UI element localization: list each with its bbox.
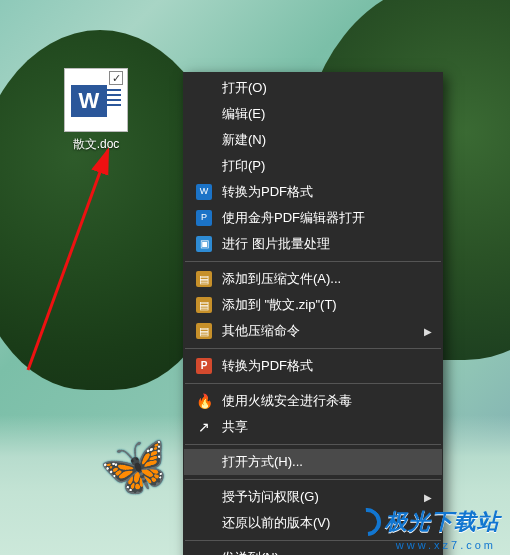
menu-separator: [185, 261, 441, 262]
menu-label: 共享: [222, 418, 428, 436]
menu-separator: [185, 383, 441, 384]
menu-separator: [185, 479, 441, 480]
menu-grant-access[interactable]: 授予访问权限(G) ▶: [184, 484, 442, 510]
menu-print[interactable]: 打印(P): [184, 153, 442, 179]
menu-label: 还原以前的版本(V): [222, 514, 428, 532]
context-menu: 打开(O) 编辑(E) 新建(N) 打印(P) W 转换为PDF格式 P 使用金…: [183, 72, 443, 555]
file-icon-word-doc[interactable]: ✓ W 散文.doc: [55, 68, 137, 166]
pdf-icon: P: [194, 356, 214, 376]
menu-label: 使用金舟PDF编辑器打开: [222, 209, 428, 227]
menu-image-batch[interactable]: ▣ 进行 图片批量处理: [184, 231, 442, 257]
submenu-arrow-icon: ▶: [424, 326, 432, 337]
menu-convert-pdf[interactable]: W 转换为PDF格式: [184, 179, 442, 205]
image-icon: ▣: [194, 234, 214, 254]
menu-label: 进行 图片批量处理: [222, 235, 428, 253]
menu-label: 添加到 "散文.zip"(T): [222, 296, 428, 314]
menu-antivirus[interactable]: 🔥 使用火绒安全进行杀毒: [184, 388, 442, 414]
archive-icon: ▤: [194, 295, 214, 315]
blank-icon: [194, 104, 214, 124]
menu-label: 使用火绒安全进行杀毒: [222, 392, 428, 410]
menu-label: 授予访问权限(G): [222, 488, 428, 506]
menu-restore-version[interactable]: 还原以前的版本(V): [184, 510, 442, 536]
menu-share[interactable]: ↗ 共享: [184, 414, 442, 440]
menu-label: 编辑(E): [222, 105, 428, 123]
blank-icon: [194, 78, 214, 98]
shield-icon: 🔥: [194, 391, 214, 411]
menu-label: 新建(N): [222, 131, 428, 149]
menu-label: 打开(O): [222, 79, 428, 97]
file-label: 散文.doc: [55, 136, 137, 153]
pdf-editor-icon: P: [194, 208, 214, 228]
menu-label: 转换为PDF格式: [222, 357, 428, 375]
menu-separator: [185, 444, 441, 445]
menu-label: 转换为PDF格式: [222, 183, 428, 201]
blank-icon: [194, 548, 214, 555]
menu-label: 其他压缩命令: [222, 322, 428, 340]
menu-new[interactable]: 新建(N): [184, 127, 442, 153]
menu-label: 添加到压缩文件(A)...: [222, 270, 428, 288]
blank-icon: [194, 130, 214, 150]
blank-icon: [194, 156, 214, 176]
menu-label: 打印(P): [222, 157, 428, 175]
watermark-url: www.xz7.com: [396, 539, 496, 551]
archive-icon: ▤: [194, 269, 214, 289]
word-icon: ✓ W: [64, 68, 128, 132]
menu-edit[interactable]: 编辑(E): [184, 101, 442, 127]
blank-icon: [194, 487, 214, 507]
blank-icon: [194, 513, 214, 533]
blank-icon: [194, 452, 214, 472]
menu-other-archive[interactable]: ▤ 其他压缩命令 ▶: [184, 318, 442, 344]
menu-add-archive[interactable]: ▤ 添加到压缩文件(A)...: [184, 266, 442, 292]
menu-open-with[interactable]: 打开方式(H)...: [184, 449, 442, 475]
menu-open-pdf-editor[interactable]: P 使用金舟PDF编辑器打开: [184, 205, 442, 231]
archive-icon: ▤: [194, 321, 214, 341]
menu-add-zip[interactable]: ▤ 添加到 "散文.zip"(T): [184, 292, 442, 318]
menu-convert-pdf2[interactable]: P 转换为PDF格式: [184, 353, 442, 379]
share-icon: ↗: [194, 417, 214, 437]
menu-open[interactable]: 打开(O): [184, 75, 442, 101]
menu-label: 打开方式(H)...: [222, 453, 428, 471]
menu-separator: [185, 348, 441, 349]
submenu-arrow-icon: ▶: [424, 492, 432, 503]
pdf-icon: W: [194, 182, 214, 202]
